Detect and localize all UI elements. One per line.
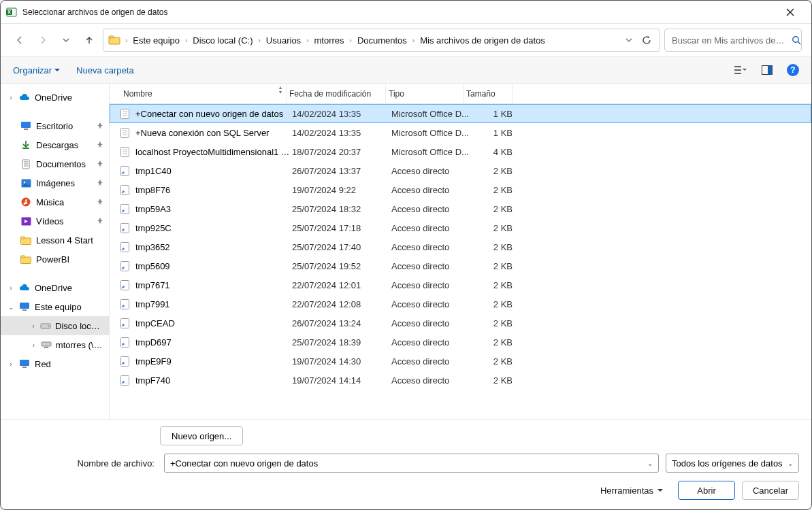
tools-dropdown[interactable]: Herramientas xyxy=(600,486,663,496)
chevron-icon[interactable]: › xyxy=(305,37,310,44)
file-icon xyxy=(118,126,131,139)
sidebar-onedrive[interactable]: › OneDrive xyxy=(1,88,109,107)
file-row[interactable]: tmp925C 25/07/2024 17:18 Acceso directo … xyxy=(110,218,811,237)
file-row[interactable]: tmp7671 22/07/2024 12:01 Acceso directo … xyxy=(110,275,811,294)
col-size[interactable]: Tamaño xyxy=(464,84,513,103)
cancel-button[interactable]: Cancelar xyxy=(742,481,799,500)
view-mode-button[interactable] xyxy=(732,63,747,78)
crumb-part[interactable]: mtorres xyxy=(311,35,346,46)
crumb-part[interactable]: Disco local (C:) xyxy=(190,35,255,46)
file-row[interactable]: tmp8F76 19/07/2024 9:22 Acceso directo 2… xyxy=(110,180,811,199)
back-button[interactable] xyxy=(10,31,29,50)
chevron-right-icon[interactable]: › xyxy=(7,94,14,101)
file-row[interactable]: tmpF740 19/07/2024 14:14 Acceso directo … xyxy=(110,371,811,390)
file-dialog: X Seleccionar archivos de origen de dato… xyxy=(0,0,812,510)
crumb-part[interactable]: Documentos xyxy=(355,35,410,46)
help-button[interactable]: ? xyxy=(787,64,799,76)
svg-rect-8 xyxy=(21,122,31,128)
sidebar-network[interactable]: › Red xyxy=(1,354,109,373)
filetype-filter[interactable]: Todos los orígenes de datos ⌄ xyxy=(666,454,799,473)
organize-button[interactable]: Organizar xyxy=(13,65,60,75)
up-button[interactable] xyxy=(80,31,99,50)
search-icon[interactable] xyxy=(792,35,801,45)
svg-rect-34 xyxy=(120,261,129,271)
search-input[interactable] xyxy=(670,35,787,46)
col-date[interactable]: Fecha de modificación xyxy=(287,84,386,103)
file-icon xyxy=(118,354,131,368)
chevron-icon[interactable]: › xyxy=(257,37,261,44)
desktop-icon xyxy=(20,120,32,132)
crumb-part[interactable]: Usuarios xyxy=(263,35,304,46)
chevron-icon[interactable]: › xyxy=(124,37,129,44)
file-row[interactable]: tmp3652 25/07/2024 17:40 Acceso directo … xyxy=(110,237,811,256)
search-box[interactable] xyxy=(664,29,802,52)
chevron-down-icon[interactable] xyxy=(626,37,632,44)
file-row[interactable]: tmp1C40 26/07/2024 13:37 Acceso directo … xyxy=(110,161,811,180)
music-icon xyxy=(20,196,32,208)
video-icon xyxy=(20,215,32,227)
chevron-icon[interactable]: › xyxy=(184,37,189,44)
file-date: 19/07/2024 14:14 xyxy=(292,375,391,386)
column-headers[interactable]: Nombre ▴▾ Fecha de modificación Tipo Tam… xyxy=(110,84,811,104)
sidebar-quick-item[interactable]: Documentos xyxy=(1,154,109,173)
chevron-down-icon[interactable]: ⌄ xyxy=(787,460,793,467)
breadcrumb-bar[interactable]: › Este equipo › Disco local (C:) › Usuar… xyxy=(103,29,660,52)
file-row[interactable]: tmp59A3 25/07/2024 18:32 Acceso directo … xyxy=(110,199,811,218)
crumb-root[interactable]: Este equipo xyxy=(130,35,182,46)
recent-dropdown[interactable] xyxy=(56,31,76,50)
monitor-icon xyxy=(18,301,31,313)
file-row[interactable]: tmpE9F9 19/07/2024 14:30 Acceso directo … xyxy=(110,352,811,371)
chevron-right-icon[interactable]: › xyxy=(31,322,36,330)
new-folder-button[interactable]: Nueva carpeta xyxy=(76,65,134,75)
file-date: 19/07/2024 9:22 xyxy=(292,185,391,195)
file-icon xyxy=(118,259,131,273)
bottom-area: Nuevo origen... Nombre de archivo: +Cone… xyxy=(1,419,811,509)
svg-rect-29 xyxy=(120,166,129,175)
open-button[interactable]: Abrir xyxy=(678,481,735,500)
sidebar-quick-item[interactable]: Vídeos xyxy=(1,211,109,231)
chevron-right-icon[interactable]: › xyxy=(7,360,14,368)
folder-icon xyxy=(108,33,121,47)
file-row[interactable]: +Nueva conexión con SQL Server 14/02/202… xyxy=(110,123,811,142)
crumb-part[interactable]: Mis archivos de origen de datos xyxy=(417,35,548,46)
file-row[interactable]: +Conectar con nuevo origen de datos 14/0… xyxy=(110,104,811,123)
file-size: 2 KB xyxy=(469,185,518,195)
sidebar-onedrive-2[interactable]: › OneDrive xyxy=(1,278,109,297)
chevron-down-icon[interactable]: ⌄ xyxy=(647,460,653,467)
forward-button[interactable] xyxy=(33,31,52,50)
sidebar-item-label: Vídeos xyxy=(36,216,63,226)
toolbar: Organizar Nueva carpeta ? xyxy=(1,56,811,84)
body: › OneDrive Escritorio Descargas Document… xyxy=(1,84,811,419)
file-icon xyxy=(118,164,131,177)
chevron-right-icon[interactable]: › xyxy=(7,284,14,292)
file-type: Microsoft Office D... xyxy=(391,147,469,157)
file-row[interactable]: tmp5609 25/07/2024 19:52 Acceso directo … xyxy=(110,256,811,275)
sidebar-quick-item[interactable]: Descargas xyxy=(1,135,109,154)
sidebar-quick-item[interactable]: Escritorio xyxy=(1,116,109,135)
file-name: +Nueva conexión con SQL Server xyxy=(135,128,292,138)
svg-rect-38 xyxy=(120,337,129,347)
chevron-down-icon[interactable]: ⌄ xyxy=(7,303,14,311)
sidebar-quick-item[interactable]: Música xyxy=(1,192,109,211)
sidebar-this-pc[interactable]: ⌄ Este equipo xyxy=(1,297,109,316)
chevron-icon[interactable]: › xyxy=(348,37,353,44)
sidebar-quick-item[interactable]: PowerBI xyxy=(1,250,109,269)
sort-indicator-icon: ▴▾ xyxy=(279,85,282,95)
chevron-right-icon[interactable]: › xyxy=(31,341,37,349)
sidebar-quick-item[interactable]: Imágenes xyxy=(1,173,109,192)
file-row[interactable]: tmp7991 22/07/2024 12:08 Acceso directo … xyxy=(110,294,811,313)
col-type[interactable]: Tipo xyxy=(386,84,464,103)
preview-pane-button[interactable] xyxy=(760,63,775,78)
sidebar-drive-item[interactable]: › Disco local (C:) xyxy=(1,316,109,335)
sidebar-drive-item[interactable]: › mtorres (\\esc xyxy=(1,335,109,354)
file-row[interactable]: tmpD697 25/07/2024 18:39 Acceso directo … xyxy=(110,333,811,352)
chevron-icon[interactable]: › xyxy=(411,37,416,44)
sidebar-quick-item[interactable]: Lesson 4 Start xyxy=(1,231,109,250)
filename-combo[interactable]: +Conectar con nuevo origen de datos ⌄ xyxy=(164,454,659,473)
file-row[interactable]: localhost ProyectoMultidimensional1 Ad..… xyxy=(110,142,811,161)
new-source-button[interactable]: Nuevo origen... xyxy=(160,426,243,445)
refresh-icon[interactable] xyxy=(642,35,651,45)
col-name[interactable]: Nombre ▴▾ xyxy=(118,84,287,103)
close-button[interactable] xyxy=(775,2,806,22)
file-row[interactable]: tmpCEAD 26/07/2024 13:24 Acceso directo … xyxy=(110,313,811,333)
